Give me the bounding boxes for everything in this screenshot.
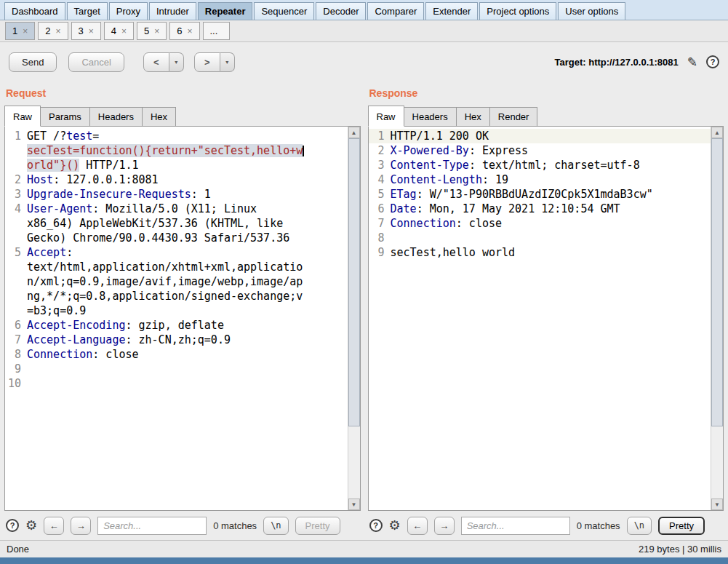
main-tab[interactable]: Repeater — [198, 2, 253, 20]
editor-line[interactable]: 6Date: Mon, 17 May 2021 12:10:54 GMT — [369, 202, 711, 216]
editor-line[interactable]: n/xml;q=0.9,image/avif,image/webp,image/… — [5, 274, 348, 289]
next-match-button[interactable]: → — [71, 517, 91, 535]
scrollbar-thumb[interactable] — [348, 138, 360, 426]
response-editor-tab[interactable]: Raw — [368, 106, 404, 127]
editor-line[interactable]: 8Connection: close — [5, 347, 348, 362]
search-input[interactable] — [461, 517, 570, 535]
help-icon[interactable]: ? — [706, 55, 719, 68]
main-tab-label: Sequencer — [261, 6, 307, 17]
main-tab[interactable]: Target — [67, 2, 108, 20]
response-editor-tab[interactable]: Headers — [404, 107, 457, 127]
editor-line[interactable]: 8 — [369, 231, 711, 245]
editor-line[interactable]: 6Accept-Encoding: gzip, deflate — [5, 318, 348, 333]
request-editor-tab[interactable]: Raw — [4, 106, 41, 127]
search-input[interactable] — [97, 517, 207, 535]
main-tab[interactable]: Proxy — [109, 2, 148, 20]
editor-line[interactable]: text/html,application/xhtml+xml,applicat… — [5, 260, 348, 274]
repeater-tab-label: 3 — [79, 25, 84, 36]
line-number: 1 — [5, 129, 27, 143]
request-editor[interactable]: 1GET /?test=secTest=function(){return+"s… — [5, 127, 348, 510]
response-editor[interactable]: 1HTTP/1.1 200 OK2X-Powered-By: Express3C… — [369, 127, 711, 510]
editor-line[interactable]: 3Content-Type: text/html; charset=utf-8 — [369, 158, 711, 172]
edit-target-pencil-icon[interactable]: ✎ — [687, 55, 697, 70]
cancel-button[interactable]: Cancel — [68, 52, 124, 72]
close-icon[interactable]: × — [121, 27, 127, 36]
main-tab[interactable]: Extender — [425, 2, 478, 20]
newline-toggle-button[interactable]: \n — [263, 517, 288, 535]
editor-line[interactable]: 9 — [5, 362, 348, 376]
main-tab[interactable]: Sequencer — [254, 2, 314, 20]
forward-button[interactable]: > — [194, 52, 220, 72]
newline-toggle-button[interactable]: \n — [627, 517, 652, 535]
editor-line[interactable]: 7Connection: close — [369, 216, 711, 231]
editor-line[interactable]: 5ETag: W/"13-P90RBBdUAzdIZ0Cpk5X1mdaB3cw… — [369, 187, 711, 202]
settings-gear-icon[interactable]: ⚙ — [389, 517, 401, 533]
chevron-down-icon[interactable]: ▾ — [169, 52, 184, 72]
scroll-down-icon[interactable]: ▼ — [711, 499, 723, 510]
back-button[interactable]: < — [143, 52, 169, 72]
line-text: Accept-Language: zh-CN,zh;q=0.9 — [27, 333, 348, 347]
editor-line[interactable]: 3Upgrade-Insecure-Requests: 1 — [5, 187, 348, 202]
scrollbar-thumb[interactable] — [711, 138, 723, 426]
editor-line[interactable]: 5Accept: — [5, 245, 348, 260]
editor-line[interactable]: 2Host: 127.0.0.1:8081 — [5, 172, 348, 187]
editor-line[interactable]: secTest=function(){return+"secTest,hello… — [5, 143, 348, 158]
scrollbar-track[interactable] — [348, 138, 360, 499]
chevron-down-icon[interactable]: ▾ — [220, 52, 235, 72]
main-tab[interactable]: User options — [558, 2, 625, 20]
close-icon[interactable]: × — [55, 27, 60, 36]
help-icon[interactable]: ? — [6, 519, 19, 532]
main-tab[interactable]: Intruder — [149, 2, 196, 20]
send-button[interactable]: Send — [9, 52, 57, 72]
repeater-tab[interactable]: 1 × — [5, 22, 35, 40]
main-tab[interactable]: Project options — [479, 2, 556, 20]
scroll-up-icon[interactable]: ▲ — [348, 127, 360, 138]
repeater-tab[interactable]: 3 × — [71, 22, 101, 40]
scroll-up-icon[interactable]: ▲ — [711, 127, 723, 138]
editor-line[interactable]: orld"}() HTTP/1.1 — [5, 158, 348, 172]
editor-line[interactable]: x86_64) AppleWebKit/537.36 (KHTML, like — [5, 216, 348, 231]
request-vertical-scrollbar[interactable]: ▲ ▼ — [348, 127, 360, 510]
request-editor-tab[interactable]: Params — [41, 107, 90, 127]
editor-tab-label: Render — [498, 111, 529, 122]
previous-match-button[interactable]: ← — [407, 517, 428, 535]
editor-line[interactable]: ng,*/*;q=0.8,application/signed-exchange… — [5, 289, 348, 303]
next-match-button[interactable]: → — [434, 517, 455, 535]
help-icon[interactable]: ? — [369, 519, 383, 532]
editor-line[interactable]: 1GET /?test= — [5, 129, 348, 143]
response-vertical-scrollbar[interactable]: ▲ ▼ — [711, 127, 723, 510]
main-tab[interactable]: Comparer — [367, 2, 424, 20]
line-number: 2 — [5, 172, 27, 187]
editor-line[interactable]: 9secTest,hello world — [369, 245, 711, 260]
request-editor-tab[interactable]: Hex — [143, 107, 176, 127]
repeater-tab[interactable]: 4 × — [104, 22, 134, 40]
repeater-tab[interactable]: ... — [203, 22, 231, 40]
editor-line[interactable]: Gecko) Chrome/90.0.4430.93 Safari/537.36 — [5, 231, 348, 245]
scroll-down-icon[interactable]: ▼ — [348, 499, 360, 510]
editor-line[interactable]: 7Accept-Language: zh-CN,zh;q=0.9 — [5, 333, 348, 347]
pretty-button[interactable]: Pretty — [658, 517, 705, 535]
editor-line[interactable]: 2X-Powered-By: Express — [369, 143, 711, 158]
request-editor-tab[interactable]: Headers — [90, 107, 143, 127]
close-icon[interactable]: × — [187, 27, 192, 36]
previous-match-button[interactable]: ← — [44, 517, 64, 535]
editor-line[interactable]: 4User-Agent: Mozilla/5.0 (X11; Linux — [5, 202, 348, 216]
settings-gear-icon[interactable]: ⚙ — [25, 517, 37, 533]
main-tab[interactable]: Decoder — [316, 2, 366, 20]
main-tab[interactable]: Dashboard — [4, 2, 65, 20]
line-number: 8 — [5, 347, 27, 362]
repeater-tab[interactable]: 6 × — [169, 22, 199, 40]
close-icon[interactable]: × — [89, 27, 94, 36]
editor-line[interactable]: 4Content-Length: 19 — [369, 172, 711, 187]
editor-line[interactable]: =b3;q=0.9 — [5, 303, 348, 318]
repeater-tab[interactable]: 5 × — [137, 22, 167, 40]
response-editor-tab[interactable]: Hex — [457, 107, 490, 127]
editor-line[interactable]: 10 — [5, 376, 348, 391]
scrollbar-track[interactable] — [711, 138, 723, 499]
repeater-tab[interactable]: 2 × — [38, 22, 68, 40]
close-icon[interactable]: × — [23, 27, 28, 36]
pretty-button[interactable]: Pretty — [295, 517, 340, 535]
editor-line[interactable]: 1HTTP/1.1 200 OK — [369, 129, 711, 143]
close-icon[interactable]: × — [154, 27, 159, 36]
response-editor-tab[interactable]: Render — [490, 107, 538, 127]
